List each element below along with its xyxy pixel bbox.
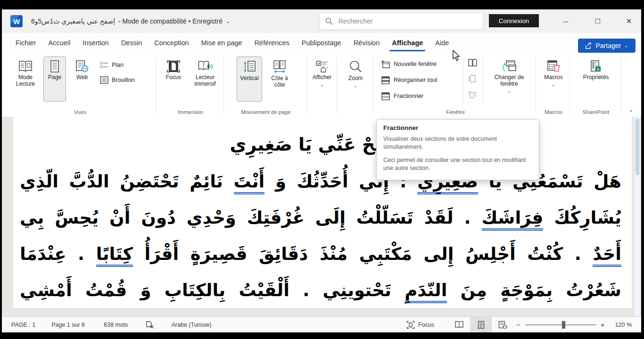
status-proofing-button[interactable] bbox=[140, 317, 159, 332]
tab-references[interactable]: Références bbox=[248, 33, 296, 53]
cote-a-cote-button[interactable]: Côte à côte bbox=[265, 56, 294, 102]
focus-label: Focus bbox=[166, 74, 182, 81]
tooltip-body-2: Ceci permet de consulter une section tou… bbox=[383, 156, 532, 172]
macros-button[interactable]: Macros ⌄ bbox=[539, 56, 568, 102]
maximize-button[interactable]: □ bbox=[587, 9, 608, 33]
focus-button[interactable]: Focus bbox=[160, 56, 187, 102]
mode-lecture-button[interactable]: Mode Lecture bbox=[10, 56, 41, 102]
group-sharepoint: S Propriétés SharePoint bbox=[571, 53, 620, 117]
status-page-label[interactable]: PAGE : 1 bbox=[7, 317, 40, 332]
document-line: يُشَارِكُكَ فِرَاشَكَ . لَقَدْ تَسَلّلْت… bbox=[20, 201, 621, 237]
collapse-ribbon-chevron[interactable]: ⌄ bbox=[628, 106, 634, 113]
status-bar: PAGE : 1 Page 1 sur 6 638 mots Arabe (Tu… bbox=[2, 316, 641, 332]
mode-lecture-label: Mode Lecture bbox=[11, 74, 40, 88]
properties-icon: S bbox=[589, 60, 603, 73]
tab-insertion[interactable]: Insertion bbox=[76, 33, 115, 53]
macros-chevron-icon: ⌄ bbox=[552, 82, 555, 87]
svg-text:S: S bbox=[596, 67, 599, 72]
group-divider bbox=[373, 56, 374, 114]
group-label-immersion: Immersion bbox=[157, 109, 223, 115]
tab-affichage[interactable]: Affichage bbox=[386, 33, 429, 53]
status-read-mode-button[interactable] bbox=[448, 317, 470, 333]
page-view-button[interactable]: Page bbox=[43, 56, 66, 102]
arrange-all-icon bbox=[381, 76, 390, 85]
zoom-slider-thumb[interactable] bbox=[562, 321, 565, 329]
group-divider bbox=[536, 56, 536, 114]
tab-revision[interactable]: Révision bbox=[347, 33, 386, 53]
search-icon bbox=[325, 17, 333, 25]
group-label-mouvement: Mouvement de page bbox=[225, 109, 306, 115]
search-input[interactable] bbox=[338, 17, 477, 25]
tab-dessin[interactable]: Dessin bbox=[115, 33, 148, 53]
sign-in-button[interactable]: Connexion bbox=[489, 14, 539, 27]
zoom-button[interactable]: Zoom ⌄ bbox=[342, 56, 369, 102]
afficher-dropdown-button[interactable]: Afficher ⌄ bbox=[308, 56, 336, 102]
changer-de-fenetre-button[interactable]: Changer de fenêtre ⌄ bbox=[487, 56, 532, 102]
share-label: Partager bbox=[595, 42, 621, 49]
proprietes-label: Propriétés bbox=[583, 74, 609, 81]
brouillon-view-button[interactable]: Brouillon bbox=[100, 74, 135, 86]
plan-view-button[interactable]: Plan bbox=[100, 59, 124, 71]
status-word-count[interactable]: 638 mots bbox=[99, 317, 132, 332]
web-layout-view-icon bbox=[498, 321, 507, 329]
print-layout-view-icon bbox=[478, 321, 485, 329]
group-divider bbox=[570, 56, 570, 114]
zoom-slider[interactable]: − + bbox=[516, 321, 605, 329]
vertical-button[interactable]: Vertical bbox=[237, 56, 262, 102]
retablir-position-fenetre-button[interactable] bbox=[467, 89, 478, 100]
status-focus-button[interactable]: Focus bbox=[402, 317, 439, 332]
tab-conception[interactable]: Conception bbox=[148, 33, 195, 53]
scrollbar-thumb[interactable] bbox=[636, 119, 639, 175]
group-afficher: Afficher ⌄ bbox=[307, 53, 337, 117]
ribbon-tab-row: Fichier Accueil Insertion Dessin Concept… bbox=[2, 33, 641, 53]
lecteur-immersif-button[interactable]: Lecteur immersif bbox=[189, 56, 222, 102]
cote-a-cote-label: Côte à côte bbox=[265, 75, 294, 89]
document-area: اِصْفَحْ عَنِّي يَا صَغِيرِي هَلْ تَسْمَ… bbox=[2, 117, 641, 316]
status-page-position[interactable]: Page 1 sur 6 bbox=[47, 317, 90, 332]
afficher-label: Afficher bbox=[313, 74, 331, 81]
status-zoom-level[interactable]: 120 % bbox=[611, 317, 636, 332]
zoom-slider-track[interactable] bbox=[525, 324, 596, 325]
group-mouvement-de-page: Vertical Côte à côte Mouvement de page bbox=[225, 53, 306, 117]
afficher-cote-a-cote-button[interactable] bbox=[467, 57, 478, 68]
document-title: اِصفح عني ياصغيري ث1س5و6 - Mode de compa… bbox=[31, 9, 230, 33]
mouse-cursor bbox=[452, 50, 461, 62]
fractionner-button[interactable]: Fractionner bbox=[381, 90, 423, 102]
group-macros: Macros ⌄ Macros bbox=[537, 53, 570, 117]
reorganiser-tout-label: Réorganiser tout bbox=[394, 77, 437, 83]
plan-view-label: Plan bbox=[112, 62, 124, 68]
tab-accueil[interactable]: Accueil bbox=[42, 33, 77, 53]
autosave-chevron-icon[interactable]: ⌄ bbox=[226, 19, 230, 24]
defilement-synchrone-button[interactable] bbox=[467, 73, 478, 84]
read-mode-view-icon bbox=[454, 321, 464, 329]
outline-view-icon bbox=[100, 61, 108, 69]
side-to-side-icon bbox=[272, 60, 287, 74]
minimize-button[interactable]: ─ bbox=[555, 9, 576, 33]
tab-mise-en-page[interactable]: Mise en page bbox=[195, 33, 248, 53]
immersive-reader-icon bbox=[197, 60, 213, 73]
proprietes-button[interactable]: S Propriétés bbox=[576, 56, 616, 102]
read-mode-icon bbox=[18, 60, 33, 73]
changer-de-fenetre-label: Changer de fenêtre bbox=[487, 74, 531, 88]
web-view-button[interactable]: Web bbox=[69, 56, 95, 102]
reorganiser-tout-button[interactable]: Réorganiser tout bbox=[381, 74, 437, 86]
status-language[interactable]: Arabe (Tunisie) bbox=[167, 317, 216, 332]
split-window-icon bbox=[381, 92, 390, 101]
nouvelle-fenetre-button[interactable]: Nouvelle fenêtre bbox=[381, 58, 437, 70]
group-divider bbox=[156, 56, 156, 114]
zoom-out-button[interactable]: − bbox=[516, 321, 520, 329]
page-view-icon bbox=[49, 60, 60, 73]
tab-publipostage[interactable]: Publipostage bbox=[296, 33, 347, 53]
web-view-label: Web bbox=[76, 74, 88, 81]
tab-fichier[interactable]: Fichier bbox=[9, 33, 42, 53]
search-box[interactable] bbox=[319, 13, 483, 30]
status-print-layout-button[interactable] bbox=[470, 317, 492, 333]
inner-divider bbox=[463, 57, 463, 105]
close-button[interactable]: ✕ bbox=[619, 9, 639, 33]
vertical-scrollbar[interactable] bbox=[635, 117, 640, 316]
status-web-layout-button[interactable] bbox=[492, 317, 513, 333]
lecteur-immersif-label: Lecteur immersif bbox=[189, 74, 221, 88]
zoom-in-button[interactable]: + bbox=[601, 321, 605, 329]
share-button[interactable]: Partager ⌄ bbox=[578, 39, 636, 53]
vertical-movement-icon bbox=[242, 60, 256, 74]
